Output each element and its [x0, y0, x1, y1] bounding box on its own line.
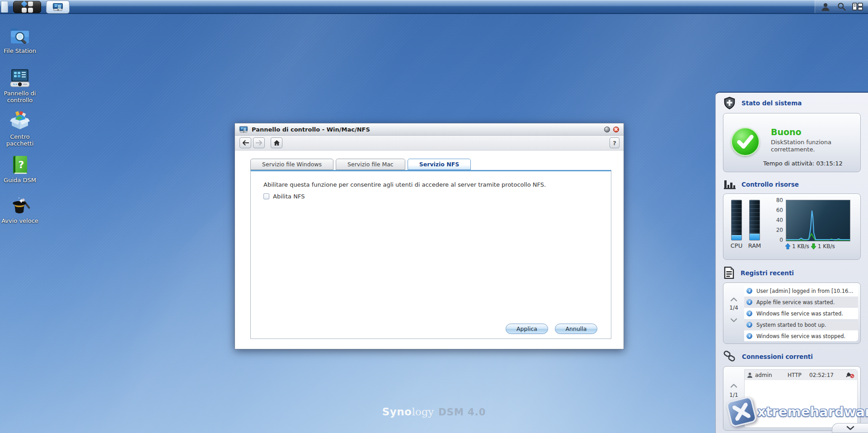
cpu-label: CPU: [730, 242, 743, 249]
desktop-icon-package-center[interactable]: Centro pacchetti: [0, 111, 40, 147]
dsm-help-icon: ?: [9, 155, 31, 175]
log-text: Windows file service was started.: [756, 311, 843, 317]
connections-page-up-button[interactable]: [730, 381, 737, 390]
cpu-meter: [731, 200, 742, 240]
download-arrow-icon: [811, 243, 816, 249]
search-button[interactable]: [836, 1, 848, 12]
info-icon: i: [746, 299, 752, 305]
close-icon: [615, 128, 618, 131]
log-row[interactable]: iWindows file service was started.: [744, 308, 858, 319]
file-station-icon: [9, 25, 31, 46]
desktop-icon-label: Pannello di controllo: [0, 90, 40, 104]
status-ok-icon: [731, 127, 760, 156]
tab-servizio-nfs[interactable]: Servizio NFS: [408, 159, 471, 170]
desktop-icon-label: File Station: [0, 47, 40, 54]
download-value: 1 KB/s: [818, 243, 835, 249]
info-icon: i: [746, 311, 752, 316]
user-icon: [747, 372, 753, 378]
system-status-header: Stato del sistema: [716, 93, 868, 112]
forward-button[interactable]: [253, 137, 265, 148]
graph-tick-60: 60: [771, 207, 783, 213]
connection-row[interactable]: admin HTTP 02:52:17: [745, 370, 857, 380]
enable-nfs-checkbox[interactable]: [263, 193, 269, 199]
log-row[interactable]: iWindows file service was stopped.: [744, 330, 858, 341]
home-icon: [273, 140, 280, 146]
package-center-icon: [9, 111, 31, 132]
system-status-title: Stato del sistema: [741, 99, 802, 107]
back-button[interactable]: [239, 137, 251, 148]
desktop-icon-quick-start[interactable]: Avvio veloce: [0, 195, 40, 224]
log-row[interactable]: iSystem started to boot up.: [744, 319, 858, 330]
recent-logs-header: Registri recenti: [716, 263, 868, 282]
connections-header: Connessioni correnti: [716, 347, 868, 365]
bar-chart-icon: [723, 179, 736, 190]
close-button[interactable]: [613, 127, 619, 132]
system-status-card: Buono DiskStation funziona correttamente…: [723, 113, 861, 172]
desktop-icon-dsm-help[interactable]: ? Guida DSM: [0, 155, 40, 184]
connections-page-indicator: 1/1: [723, 392, 744, 398]
user-menu-button[interactable]: [820, 1, 831, 12]
tab-strip: Servizio file Windows Servizio file Mac …: [250, 159, 473, 170]
upload-value: 1 KB/s: [792, 243, 809, 249]
log-text: Apple file service was started.: [756, 299, 835, 306]
connection-user: admin: [755, 372, 788, 378]
log-row[interactable]: iApple file service was started.: [744, 297, 858, 308]
control-panel-window: Pannello di controllo - Win/Mac/NFS ? Se…: [235, 123, 624, 349]
minimize-button[interactable]: [604, 127, 610, 132]
home-button[interactable]: [271, 137, 282, 148]
show-desktop-button[interactable]: [1, 1, 8, 13]
xtremehardware-text: xtremehardware.it: [757, 404, 868, 419]
enable-nfs-row: Abilita NFS: [263, 193, 305, 200]
search-icon: [837, 2, 846, 11]
graph-tick-20: 20: [771, 227, 783, 233]
synology-dsm-watermark: Synology DSM 4.0: [382, 406, 486, 418]
upload-arrow-icon: [785, 243, 791, 249]
log-text: System started to boot up.: [756, 322, 826, 328]
recent-logs-title: Registri recenti: [741, 269, 794, 277]
synology-logo-rest: logy: [412, 406, 434, 418]
enable-nfs-label: Abilita NFS: [273, 193, 305, 200]
recent-logs-card: 1/4 iUser [admin] logged in from [10.16.…: [723, 282, 861, 344]
disconnect-icon[interactable]: [845, 372, 854, 378]
control-panel-icon: [9, 68, 31, 89]
xtremehardware-logo: [726, 396, 757, 428]
tab-servizio-file-mac[interactable]: Servizio file Mac: [336, 159, 405, 170]
cancel-button[interactable]: Annulla: [555, 324, 597, 334]
pilot-view-icon: [852, 2, 863, 11]
graph-tick-40: 40: [771, 217, 783, 223]
desktop-icon-file-station[interactable]: File Station: [0, 25, 40, 54]
log-row[interactable]: iUser [admin] logged in from [10.16...: [744, 285, 858, 297]
window-title-icon: [239, 126, 248, 132]
xtremehardware-watermark: xtremehardware.it: [728, 399, 868, 425]
desktop-icon-label: Guida DSM: [0, 177, 40, 184]
dialog-buttons: Applica Annulla: [506, 324, 597, 334]
resource-monitor-card: CPU RAM 80 60 40 20 0 1 KB/s 1 KB/s: [723, 193, 861, 260]
help-button[interactable]: ?: [610, 137, 619, 148]
status-value: Buono: [771, 127, 802, 137]
chevron-down-icon: [730, 318, 737, 322]
quick-start-icon: [9, 195, 31, 216]
logs-page-indicator: 1/4: [723, 305, 744, 311]
connection-protocol: HTTP: [788, 372, 809, 378]
window-content: Servizio file Windows Servizio file Mac …: [235, 151, 624, 349]
desktop-icon-label: Avvio veloce: [0, 217, 40, 224]
ram-label: RAM: [748, 242, 761, 249]
log-text: User [admin] logged in from [10.16...: [756, 288, 853, 294]
desktop-icon-control-panel[interactable]: Pannello di controllo: [0, 68, 40, 104]
log-text: Windows file service was stopped.: [756, 333, 845, 339]
apply-button[interactable]: Applica: [506, 324, 548, 334]
logs-page-down-button[interactable]: [730, 315, 737, 324]
taskbar-item-control-panel[interactable]: [47, 1, 69, 13]
network-graph: [786, 200, 850, 241]
info-icon: i: [746, 288, 752, 294]
main-menu-button[interactable]: [13, 1, 41, 13]
chevron-up-icon: [730, 384, 737, 388]
pilot-view-button[interactable]: [852, 1, 863, 12]
resource-monitor-header: Controllo risorse: [716, 175, 868, 193]
network-legend: 1 KB/s 1 KB/s: [785, 243, 835, 249]
logs-page-up-button[interactable]: [730, 295, 737, 303]
tab-servizio-file-windows[interactable]: Servizio file Windows: [250, 159, 333, 170]
widget-panel: Stato del sistema Buono DiskStation funz…: [715, 92, 868, 433]
window-toolbar: ?: [235, 136, 624, 151]
window-titlebar[interactable]: Pannello di controllo - Win/Mac/NFS: [235, 123, 624, 136]
